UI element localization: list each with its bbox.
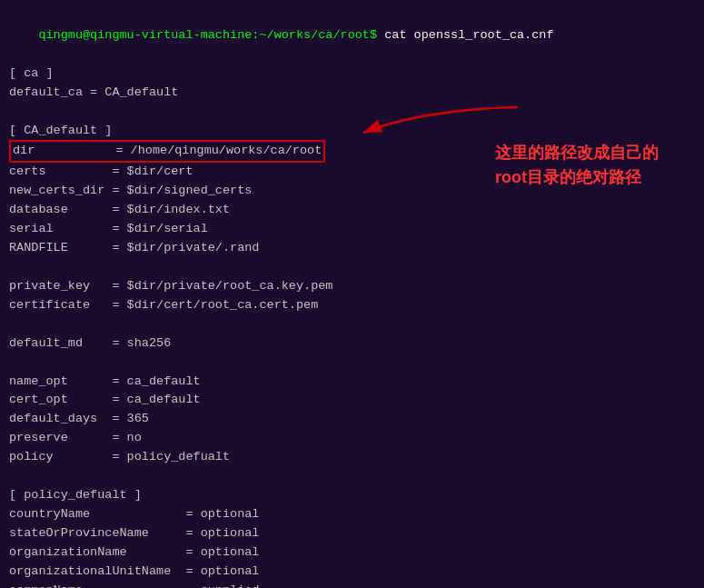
line-org: organizationName = optional (9, 543, 695, 563)
line-state: stateOrProvinceName = optional (9, 524, 695, 543)
prompt-line: qingmu@qingmu-virtual-machine:~/works/ca… (9, 7, 695, 65)
line-orgunit: organizationalUnitName = optional (9, 563, 695, 582)
line-database: database = $dir/index.txt (9, 201, 695, 220)
annotation-text: 这里的路径改成自己的root目录的绝对路径 (495, 141, 677, 190)
terminal: qingmu@qingmu-virtual-machine:~/works/ca… (0, 0, 704, 588)
line-blank-5 (9, 467, 695, 486)
line-md: default_md = sha256 (9, 334, 695, 354)
line-blank-4 (9, 354, 695, 373)
line-days: default_days = 365 (9, 410, 695, 429)
line-country: countryName = optional (9, 505, 695, 524)
line-randfile: RANDFILE = $dir/private/.rand (9, 239, 695, 258)
line-preserve: preserve = no (9, 429, 695, 448)
line-3: [ CA_default ] (9, 122, 695, 141)
line-policy: policy = policy_defualt (9, 448, 695, 467)
line-blank-3 (9, 315, 695, 334)
dir-highlight: dir = /home/qingmu/works/ca/root (9, 140, 325, 163)
line-serial: serial = $dir/serial (9, 220, 695, 239)
command-text: cat openssl_root_ca.cnf (377, 28, 553, 42)
line-nameopt: name_opt = ca_default (9, 373, 695, 392)
line-policy-section: [ policy_defualt ] (9, 486, 695, 505)
line-privkey: private_key = $dir/private/root_ca.key.p… (9, 277, 695, 296)
line-cn: commonName = supplied (9, 582, 695, 588)
line-blank-1 (9, 103, 695, 122)
line-certopt: cert_opt = ca_default (9, 391, 695, 410)
line-2: default_ca = CA_default (9, 84, 695, 103)
prompt-text: qingmu@qingmu-virtual-machine:~/works/ca… (38, 28, 377, 42)
line-blank-2 (9, 258, 695, 277)
line-1: [ ca ] (9, 65, 695, 84)
line-cert: certificate = $dir/cert/root_ca.cert.pem (9, 296, 695, 315)
